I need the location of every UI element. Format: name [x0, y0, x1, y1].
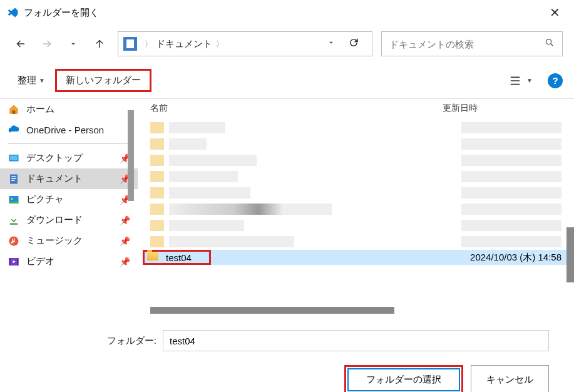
svg-point-0 [546, 39, 551, 44]
sidebar-item-downloads[interactable]: ダウンロード 📌 [0, 210, 138, 230]
sidebar-scrollbar[interactable] [128, 110, 134, 201]
pin-icon: 📌 [120, 236, 130, 246]
recent-dropdown[interactable] [64, 34, 83, 53]
new-folder-button[interactable]: 新しいフォルダー [55, 69, 151, 92]
file-row[interactable] [143, 185, 569, 201]
folder-input[interactable] [163, 330, 549, 351]
toolbar: 整理▼ 新しいフォルダー ▼ ? [0, 65, 574, 99]
svg-rect-14 [17, 258, 18, 266]
divider [8, 143, 130, 144]
breadcrumb-current[interactable]: ドキュメント [156, 38, 212, 50]
svg-rect-10 [10, 223, 18, 224]
back-button[interactable] [11, 34, 30, 53]
download-icon [8, 215, 20, 226]
chevron-right-icon: 〉 [216, 39, 223, 49]
file-row[interactable] [143, 234, 569, 250]
pin-icon: 📌 [120, 257, 130, 267]
home-icon [8, 104, 20, 115]
file-row[interactable] [143, 152, 569, 168]
address-dropdown[interactable] [322, 38, 341, 49]
sidebar-item-music[interactable]: ミュージック 📌 [0, 230, 138, 251]
file-row[interactable] [143, 217, 569, 234]
sidebar-item-videos[interactable]: ビデオ 📌 [0, 251, 138, 272]
titlebar: フォルダーを開く ✕ [0, 0, 574, 25]
svg-point-9 [11, 198, 13, 200]
refresh-button[interactable] [341, 37, 367, 51]
video-icon [8, 256, 20, 267]
pin-icon: 📌 [120, 215, 130, 225]
address-bar[interactable]: 〉 ドキュメント 〉 [118, 31, 372, 56]
cancel-button[interactable]: キャンセル [471, 365, 549, 392]
close-button[interactable]: ✕ [542, 3, 568, 23]
chevron-down-icon: ▼ [39, 77, 45, 84]
search-icon[interactable] [545, 38, 555, 50]
folder-label: フォルダー: [13, 335, 163, 347]
sort-indicator: ˆ [275, 99, 277, 105]
pictures-icon [8, 194, 20, 205]
vscode-icon [6, 6, 19, 19]
search-input[interactable] [389, 39, 545, 49]
sidebar-item-pictures[interactable]: ピクチャ 📌 [0, 189, 138, 210]
svg-rect-1 [13, 110, 16, 113]
music-icon [8, 235, 20, 247]
column-date[interactable]: 更新日時 [443, 103, 561, 114]
organize-button[interactable]: 整理▼ [11, 71, 51, 90]
sidebar-item-documents[interactable]: ドキュメント 📌 [0, 168, 138, 189]
column-name[interactable]: 名前 [150, 103, 443, 114]
documents-icon [123, 37, 137, 51]
forward-button[interactable] [38, 34, 56, 53]
sidebar-item-home[interactable]: ホーム [0, 99, 138, 120]
folder-date: 2024/10/03 (木) 14:58 [470, 252, 561, 264]
svg-rect-5 [11, 176, 16, 177]
up-button[interactable] [90, 34, 109, 53]
chevron-right-icon: 〉 [145, 39, 152, 49]
help-button[interactable]: ? [548, 73, 563, 88]
sidebar-item-desktop[interactable]: デスクトップ 📌 [0, 148, 138, 168]
file-list: ˆ 名前 更新日時 test04 2024/10/03 (木) 14:58 [138, 99, 574, 315]
nav-row: 〉 ドキュメント 〉 [0, 25, 574, 65]
horizontal-scrollbar[interactable] [150, 307, 394, 314]
svg-rect-7 [11, 180, 14, 181]
file-row[interactable] [143, 201, 569, 217]
breadcrumb[interactable]: 〉 ドキュメント 〉 [141, 38, 322, 50]
folder-name: test04 [166, 252, 207, 263]
document-icon [8, 173, 20, 185]
chevron-down-icon: ▼ [526, 77, 533, 84]
content-area: ホーム OneDrive - Person デスクトップ 📌 ドキュメント 📌 … [0, 99, 574, 315]
svg-rect-6 [11, 178, 16, 179]
file-row[interactable] [143, 136, 569, 152]
list-header: 名前 更新日時 [138, 99, 574, 118]
window-title: フォルダーを開く [24, 7, 542, 19]
file-row[interactable] [143, 168, 569, 185]
sidebar-item-onedrive[interactable]: OneDrive - Person [0, 120, 138, 140]
view-options-button[interactable]: ▼ [503, 72, 539, 90]
search-box[interactable] [381, 31, 563, 56]
file-row[interactable] [143, 120, 569, 136]
footer: フォルダー: フォルダーの選択 キャンセル [0, 315, 574, 392]
file-row-selected[interactable]: test04 2024/10/03 (木) 14:58 [143, 250, 569, 265]
desktop-icon [8, 153, 20, 164]
svg-rect-13 [9, 258, 11, 266]
sidebar: ホーム OneDrive - Person デスクトップ 📌 ドキュメント 📌 … [0, 99, 138, 315]
svg-rect-3 [10, 155, 18, 160]
cloud-icon [8, 124, 20, 135]
select-folder-button[interactable]: フォルダーの選択 [347, 368, 460, 391]
vertical-scrollbar[interactable] [566, 227, 574, 282]
